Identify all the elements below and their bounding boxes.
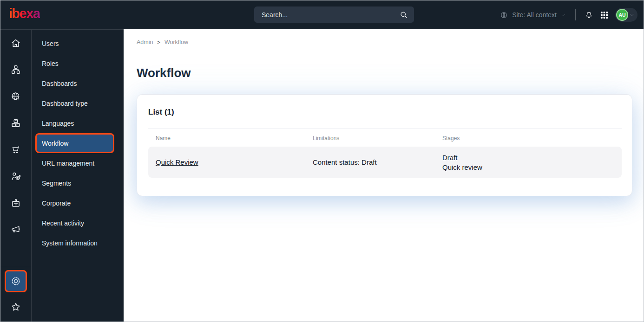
- rail-item-corporate[interactable]: [0, 190, 31, 217]
- workflow-limitations: Content status: Draft: [313, 158, 442, 166]
- workflow-list-card: List (1) Name Limitations Stages Quick R…: [137, 94, 632, 196]
- sidebar-item-system-information[interactable]: System information: [32, 233, 124, 253]
- breadcrumb-separator: >: [157, 39, 160, 45]
- breadcrumb-workflow[interactable]: Workflow: [164, 39, 188, 45]
- list-card-title: List (1): [148, 108, 622, 117]
- main-content: Admin > Workflow Workflow List (1) Name …: [124, 29, 644, 322]
- site-globe-icon: [499, 11, 508, 19]
- star-icon: [10, 301, 22, 313]
- topbar-right-cluster: Site: All context A: [499, 0, 637, 29]
- topbar-divider: [575, 9, 576, 20]
- app-grid-icon[interactable]: [600, 11, 608, 19]
- rail-item-commerce[interactable]: [0, 136, 31, 163]
- column-header-stages: Stages: [442, 135, 622, 142]
- site-selector-label: Site: All context: [512, 11, 557, 19]
- breadcrumb-admin[interactable]: Admin: [137, 39, 153, 45]
- app-window: ibexa Site: All context: [0, 0, 644, 322]
- sidebar-item-dashboard-type[interactable]: Dashboard type: [32, 93, 124, 113]
- page-title: Workflow: [137, 66, 632, 80]
- rail-bottom-group: [0, 267, 31, 322]
- table-row: Quick Review Content status: Draft Draft…: [148, 147, 622, 178]
- customers-target-icon: [10, 171, 21, 182]
- ibexa-logo[interactable]: ibexa: [9, 6, 40, 21]
- search-icon[interactable]: [399, 10, 408, 19]
- rail-item-marketing[interactable]: [0, 217, 31, 244]
- site-context-selector[interactable]: Site: All context: [499, 11, 566, 19]
- avatar[interactable]: AU: [616, 9, 628, 21]
- settings-gear-icon: [10, 275, 22, 287]
- column-header-name: Name: [156, 135, 313, 142]
- stage-draft: Draft: [442, 153, 622, 162]
- column-header-limitations: Limitations: [313, 135, 442, 142]
- rail-item-content-tree[interactable]: [0, 57, 31, 84]
- breadcrumb: Admin > Workflow: [137, 39, 632, 45]
- sidebar-item-roles[interactable]: Roles: [32, 53, 124, 73]
- sidebar-item-recent-activity[interactable]: Recent activity: [32, 213, 124, 233]
- content-tree-icon: [10, 64, 21, 75]
- search-input[interactable]: [262, 11, 399, 19]
- workflow-name-link[interactable]: Quick Review: [156, 158, 198, 166]
- megaphone-icon: [10, 224, 21, 235]
- home-icon: [10, 38, 21, 49]
- global-search[interactable]: [254, 6, 414, 23]
- chevron-down-icon: [560, 12, 566, 18]
- admin-menu: Users Roles Dashboards Dashboard type La…: [32, 30, 124, 322]
- icon-rail: [0, 30, 32, 322]
- workflow-stages: Draft Quick review: [442, 153, 622, 172]
- sidebar-item-corporate[interactable]: Corporate: [32, 193, 124, 213]
- avatar-chevron-down-icon: [629, 12, 635, 18]
- corporate-badge-icon: [10, 198, 21, 209]
- cart-icon: [10, 144, 21, 155]
- stage-quick-review: Quick review: [442, 162, 622, 172]
- rail-item-home[interactable]: [0, 30, 31, 57]
- rail-item-customers[interactable]: [0, 163, 31, 190]
- table-header: Name Limitations Stages: [148, 129, 622, 147]
- body: Users Roles Dashboards Dashboard type La…: [0, 29, 644, 322]
- sidebar-item-segments[interactable]: Segments: [32, 173, 124, 193]
- sidebar-item-dashboards[interactable]: Dashboards: [32, 73, 124, 93]
- site-globe-cursor-icon: [10, 91, 21, 102]
- sidebar-item-users[interactable]: Users: [32, 33, 124, 53]
- sidebar: Users Roles Dashboards Dashboard type La…: [0, 29, 124, 322]
- user-menu[interactable]: AU: [615, 8, 637, 22]
- notifications-bell-icon[interactable]: [585, 11, 593, 19]
- product-catalog-icon: [10, 117, 21, 129]
- sidebar-item-url-management[interactable]: URL management: [32, 153, 124, 173]
- rail-item-bookmarks[interactable]: [5, 296, 27, 318]
- top-bar: ibexa Site: All context: [0, 0, 644, 29]
- rail-item-product-catalog[interactable]: [0, 110, 31, 137]
- rail-item-site[interactable]: [0, 83, 31, 110]
- rail-item-admin-settings[interactable]: [5, 270, 27, 292]
- sidebar-item-workflow[interactable]: Workflow: [35, 133, 114, 153]
- sidebar-item-languages[interactable]: Languages: [32, 113, 124, 133]
